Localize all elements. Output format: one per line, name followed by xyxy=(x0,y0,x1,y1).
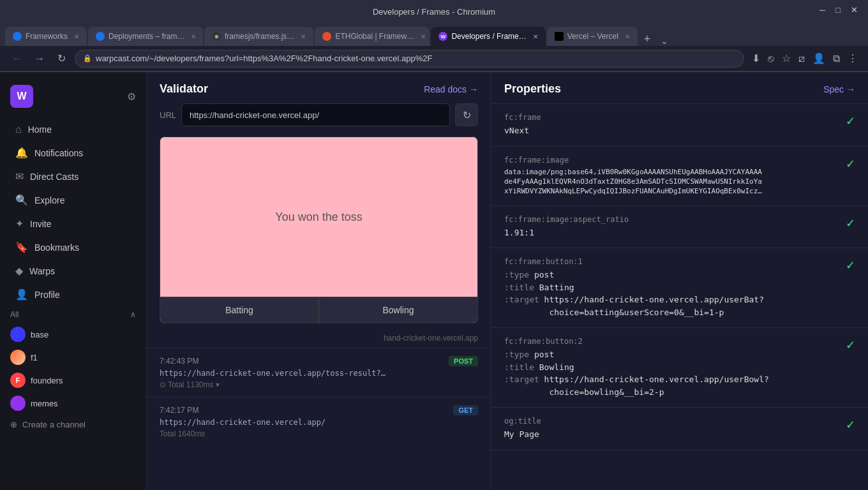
sidebar-item-label-invite: Invite xyxy=(30,219,51,229)
url-input[interactable] xyxy=(181,103,450,126)
prop-check-fc-frame: ✓ xyxy=(846,114,855,128)
sidebar-item-invite[interactable]: ✦ Invite xyxy=(5,212,141,235)
sidebar-item-home[interactable]: ⌂ Home xyxy=(5,118,141,141)
bookmarks-icon: 🔖 xyxy=(15,241,28,253)
tab-close-vercel[interactable]: ✕ xyxy=(625,33,630,40)
sidebar-item-label-home: Home xyxy=(28,124,52,135)
channel-avatar-memes xyxy=(10,396,26,411)
profile-icon[interactable]: 👤 xyxy=(810,50,828,67)
tab-label-developers: Developers / Frame… xyxy=(451,32,526,41)
tab-label-framesjs: framesjs/frames.js… xyxy=(225,32,294,41)
tab-close-deployments[interactable]: ✕ xyxy=(191,33,196,40)
validator-title: Validator xyxy=(160,82,208,96)
request-header-2: 7:42:17 PM GET xyxy=(160,405,478,415)
properties-header: Properties Spec → xyxy=(491,72,868,104)
browser-titlebar: Developers / Frames - Chromium ─ □ ✕ xyxy=(0,0,868,23)
tab-close-framesjs[interactable]: ✕ xyxy=(301,33,306,40)
settings-icon[interactable]: ⚙ xyxy=(127,91,136,103)
channel-label-founders: founders xyxy=(31,376,63,385)
prop-value-aspect-ratio: 1.91:1 xyxy=(504,226,838,239)
tab-overflow-button[interactable]: ⌄ xyxy=(657,36,672,46)
sidebar-item-direct-casts[interactable]: ✉ Direct Casts xyxy=(5,165,141,188)
prop-content-og-title: og:title My Page xyxy=(504,417,838,441)
share-icon[interactable]: ⎋ xyxy=(765,50,777,67)
tab-label-ethglobal: ETHGlobal | Framew… xyxy=(335,32,414,41)
create-channel-plus-icon: ⊕ xyxy=(10,420,17,429)
split-view-icon[interactable]: ⧉ xyxy=(830,50,842,67)
prop-key-fc-frame: fc:frame xyxy=(504,113,838,122)
download-icon[interactable]: ⬇ xyxy=(749,50,763,67)
browser-nav-icons: ⬇ ⎋ ☆ ⧄ 👤 ⧉ ⋮ xyxy=(749,50,860,67)
tab-developers[interactable]: W Developers / Frame… ✕ xyxy=(431,27,545,46)
sidebar-item-notifications[interactable]: 🔔 Notifications xyxy=(5,141,141,165)
frame-image: You won the toss xyxy=(160,137,477,297)
create-channel-button[interactable]: ⊕ Create a channel xyxy=(0,415,146,434)
read-docs-link[interactable]: Read docs → xyxy=(424,84,478,94)
tab-close-ethglobal[interactable]: ✕ xyxy=(421,33,426,40)
request-time-1: 7:42:43 PM xyxy=(160,357,198,366)
maximize-button[interactable]: □ xyxy=(835,5,841,15)
extensions-icon[interactable]: ⧄ xyxy=(796,50,807,67)
request-item-1[interactable]: 7:42:43 PM POST https://hand-cricket-one… xyxy=(147,348,491,397)
sidebar-item-label-explore: Explore xyxy=(34,195,64,205)
notifications-icon: 🔔 xyxy=(15,147,28,159)
frame-bowling-button[interactable]: Bowling xyxy=(319,297,477,323)
validator-url-bar: URL ↻ xyxy=(147,103,491,137)
back-button[interactable]: ← xyxy=(8,50,26,67)
reload-button[interactable]: ↻ xyxy=(54,50,70,67)
lock-icon: 🔒 xyxy=(83,54,92,63)
new-tab-button[interactable]: + xyxy=(639,33,656,46)
warps-icon: ◆ xyxy=(15,265,23,277)
close-button[interactable]: ✕ xyxy=(851,5,858,15)
validator-panel: Validator Read docs → URL ↻ You won the … xyxy=(147,72,491,490)
tab-vercel[interactable]: Vercel – Vercel ✕ xyxy=(547,27,638,46)
menu-icon[interactable]: ⋮ xyxy=(845,50,860,67)
frame-source-text: hand-cricket-one.vercel.app xyxy=(384,334,478,343)
nav-bar: ← → ↻ 🔒 warpcast.com/~/developers/frames… xyxy=(0,46,868,71)
url-bar[interactable]: 🔒 warpcast.com/~/developers/frames?url=h… xyxy=(75,50,744,68)
channel-item-memes[interactable]: memes xyxy=(0,392,146,415)
sidebar-item-label-notifications: Notifications xyxy=(34,148,83,158)
channel-avatar-base xyxy=(10,327,26,342)
sidebar-item-profile[interactable]: 👤 Profile xyxy=(5,283,141,306)
prop-content-button-2: fc:frame:button:2 :type post :title Bowl… xyxy=(504,337,838,398)
url-refresh-button[interactable]: ↻ xyxy=(455,103,478,126)
channels-collapse-icon[interactable]: ∧ xyxy=(130,310,136,319)
channels-header: All ∧ xyxy=(0,306,146,323)
prop-item-button-2: fc:frame:button:2 :type post :title Bowl… xyxy=(491,328,868,408)
tab-deployments[interactable]: Deployments – fram… ✕ xyxy=(88,27,203,46)
channel-item-founders[interactable]: F founders xyxy=(0,369,146,392)
prop-value-button-2: :type post :title Bowling :target https:… xyxy=(504,348,838,398)
direct-casts-icon: ✉ xyxy=(15,170,24,182)
tab-close-frameworks[interactable]: ✕ xyxy=(74,33,79,40)
request-time-2: 7:42:17 PM xyxy=(160,406,198,415)
forward-button[interactable]: → xyxy=(31,50,49,67)
properties-title: Properties xyxy=(504,82,561,96)
sidebar-item-explore[interactable]: 🔍 Explore xyxy=(5,188,141,212)
request-header-1: 7:42:43 PM POST xyxy=(160,356,478,366)
request-meta-text-2: Total 1640ms xyxy=(160,429,205,438)
tab-favicon-frameworks xyxy=(13,32,22,41)
frame-batting-button[interactable]: Batting xyxy=(160,297,319,323)
channel-item-f1[interactable]: f1 xyxy=(0,346,146,369)
star-icon[interactable]: ☆ xyxy=(779,50,793,67)
sidebar-item-warps[interactable]: ◆ Warps xyxy=(5,259,141,283)
tab-label-vercel: Vercel – Vercel xyxy=(567,32,618,41)
prop-key-og-title: og:title xyxy=(504,417,838,426)
prop-content-fc-frame: fc:frame vNext xyxy=(504,113,838,137)
tab-framesjs[interactable]: ⊕ framesjs/frames.js… ✕ xyxy=(204,27,313,46)
main-content: Validator Read docs → URL ↻ You won the … xyxy=(147,72,868,490)
prop-key-aspect-ratio: fc:frame:image:aspect_ratio xyxy=(504,215,838,224)
prop-item-aspect-ratio: fc:frame:image:aspect_ratio 1.91:1 ✓ xyxy=(491,206,868,249)
request-item-2[interactable]: 7:42:17 PM GET https://hand-cricket-one.… xyxy=(147,397,491,446)
channel-item-base[interactable]: base xyxy=(0,323,146,346)
request-meta-1: ⊙ Total 1130ms ▾ xyxy=(160,380,478,389)
minimize-button[interactable]: ─ xyxy=(819,5,825,15)
channel-label-memes: memes xyxy=(31,399,58,408)
channel-label-f1: f1 xyxy=(31,353,38,362)
spec-link[interactable]: Spec → xyxy=(823,84,855,94)
tab-frameworks[interactable]: Frameworks ✕ xyxy=(5,27,87,46)
tab-close-developers[interactable]: ✕ xyxy=(533,33,538,40)
sidebar-item-bookmarks[interactable]: 🔖 Bookmarks xyxy=(5,235,141,259)
tab-ethglobal[interactable]: ETHGlobal | Framew… ✕ xyxy=(315,27,430,46)
